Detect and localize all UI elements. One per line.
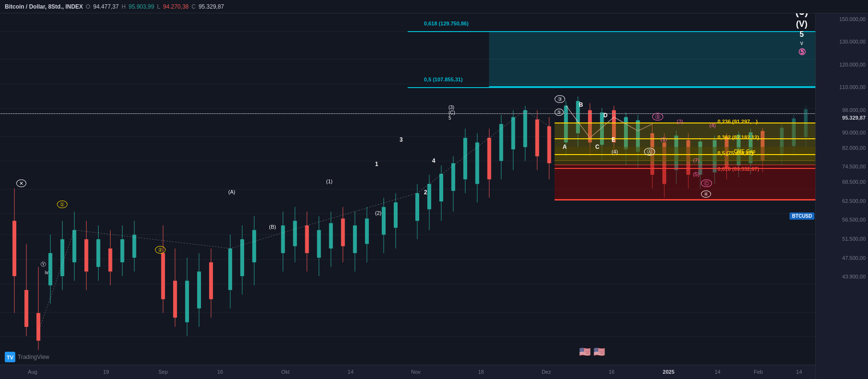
- ohlc-o-value: 94.477,37: [93, 3, 119, 10]
- wave-B-circle-post: Ⓑ: [652, 112, 663, 121]
- wave-D-main: D: [603, 112, 608, 119]
- svg-rect-33: [228, 248, 232, 290]
- ohlc-h-value: 95.903,99: [129, 3, 154, 10]
- svg-rect-65: [451, 163, 455, 191]
- svg-rect-31: [209, 262, 213, 299]
- svg-rect-47: [329, 223, 333, 248]
- wave-4-pink: (4): [709, 123, 715, 128]
- svg-rect-71: [487, 138, 491, 179]
- wave-2-main: 2: [424, 189, 427, 196]
- wave-4-circle-post: ④: [701, 189, 711, 198]
- svg-rect-11: [72, 230, 76, 262]
- fib-618-bot-label: 0,618 (69.332,67): [718, 166, 759, 172]
- price-axis: USD 150.000,00 130.000,00 120.000,00 110…: [815, 0, 868, 379]
- wave-2-pink: (2): [677, 119, 683, 124]
- fib-line-618-top: [408, 31, 815, 32]
- chart-header: Bitcoin / Dollar, 8Std., INDEX O 94.477,…: [0, 0, 868, 13]
- svg-rect-55: [382, 207, 386, 235]
- svg-rect-3: [24, 290, 28, 327]
- chart-area: 0,618 (129.750,86) 0,5 (107.855,31) ✕ ① …: [0, 13, 815, 365]
- svg-rect-5: [36, 313, 40, 341]
- ohlc-l: L: [157, 3, 160, 10]
- wave-y-circle: Ⓨ: [41, 259, 46, 268]
- fib-line-382: [555, 138, 815, 139]
- svg-rect-9: [60, 239, 64, 276]
- wave-4-circle-dez: (4): [612, 147, 618, 156]
- svg-rect-29: [197, 271, 201, 308]
- svg-rect-49: [341, 219, 345, 246]
- wave-A-circle-post: Ⓐ: [644, 147, 655, 156]
- wave-5-pink: (5): [693, 171, 699, 177]
- svg-rect-27: [185, 281, 189, 323]
- current-price-line: [0, 113, 815, 114]
- svg-rect-63: [439, 174, 443, 201]
- svg-rect-25: [173, 281, 177, 318]
- svg-rect-79: [535, 120, 539, 156]
- flag-icons: 🇺🇸 🇺🇸: [579, 346, 605, 357]
- fib-382-label: 0,382 (82.182,12): [718, 134, 759, 140]
- wave-1-main: 1: [375, 161, 378, 167]
- tradingview-icon: TV: [5, 352, 15, 362]
- fib-label-05: 0,5 (107.855,31): [424, 77, 463, 82]
- svg-rect-57: [394, 202, 398, 228]
- fib-line-05-mid: [555, 154, 815, 155]
- svg-rect-41: [293, 221, 297, 246]
- wave-A-paren: (A): [228, 189, 235, 195]
- fib-236-label: 0,236 (91.297,...): [718, 119, 758, 124]
- tv-logo: TV TradingView: [5, 352, 49, 362]
- wave-1-pink: (1): [660, 136, 667, 142]
- wave-E-main: E: [612, 136, 615, 143]
- wave-B-paren: (B): [269, 224, 276, 230]
- wave-7-pink: (7): [693, 157, 699, 163]
- ohlc-h: H: [122, 3, 126, 10]
- svg-rect-37: [252, 230, 256, 262]
- svg-rect-69: [475, 143, 479, 184]
- wave-4-label: 4: [432, 157, 435, 164]
- svg-rect-75: [512, 117, 515, 149]
- svg-rect-81: [547, 126, 551, 163]
- svg-rect-23: [161, 253, 165, 299]
- svg-text:TV: TV: [7, 355, 14, 360]
- fib-line-05: [408, 87, 815, 88]
- btcusd-badge: BTCUSD: [790, 212, 814, 220]
- wave-A-main: A: [563, 144, 567, 150]
- svg-rect-35: [240, 239, 244, 276]
- fib-label-618-top: 0,618 (129.750,86): [424, 21, 468, 26]
- wave-2-paren: (2): [375, 210, 381, 216]
- wave-5-circle-dez: ⑤: [555, 107, 564, 116]
- svg-rect-77: [523, 110, 527, 147]
- svg-rect-21: [133, 234, 136, 257]
- wave-B-main: B: [579, 101, 583, 108]
- fib-zone-red: [555, 165, 815, 200]
- ohlc-o: O: [86, 3, 90, 10]
- wave-3c5-label: (3)(C)5: [448, 105, 455, 121]
- chart-container: Bitcoin / Dollar, 8Std., INDEX O 94.477,…: [0, 0, 868, 379]
- chart-symbol: Bitcoin / Dollar, 8Std., INDEX: [5, 3, 83, 10]
- svg-rect-19: [121, 239, 124, 262]
- wave-x-circle: ✕: [16, 178, 26, 187]
- svg-rect-51: [353, 225, 357, 253]
- fib-line-618-bot: [555, 168, 815, 169]
- svg-rect-59: [415, 193, 419, 221]
- svg-rect-13: [84, 239, 88, 271]
- wave-3-circle-dez: ③: [555, 94, 565, 103]
- ohlc-c: C: [191, 3, 196, 10]
- wave-1-paren: (1): [326, 178, 333, 184]
- wave-C-circle-post: Ⓒ: [701, 178, 712, 187]
- time-axis: Aug 19 Sep 16 Okt 14 Nov 18 Dez 16 2025 …: [0, 365, 815, 379]
- wave-C-main: C: [595, 144, 600, 150]
- ohlc-l-value: 94.270,38: [163, 3, 189, 10]
- svg-rect-53: [365, 219, 369, 244]
- wave-1-circle: ①: [57, 200, 67, 208]
- svg-rect-7: [48, 253, 52, 285]
- fib-zone-cyan-top: [489, 31, 815, 87]
- fib-line-236: [555, 123, 815, 123]
- svg-rect-15: [96, 239, 100, 267]
- fib-zone-olive: [555, 147, 815, 165]
- svg-rect-1: [12, 221, 16, 276]
- wave-2-circle: ②: [155, 245, 166, 254]
- fib-line-red-bot: [555, 200, 815, 201]
- tradingview-text: TradingView: [18, 354, 49, 360]
- wave-iv-label: iv: [45, 270, 48, 275]
- svg-rect-17: [109, 248, 112, 271]
